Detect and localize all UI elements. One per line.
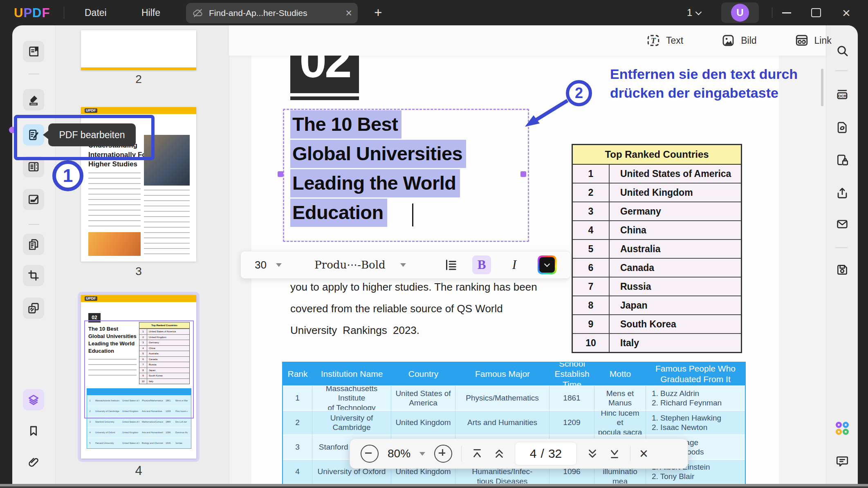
document-tab[interactable]: Find-and-Ap...her-Studies × bbox=[186, 3, 358, 23]
new-tab-button[interactable]: + bbox=[370, 5, 386, 21]
watermark-icon bbox=[27, 302, 40, 315]
country-name: Canada bbox=[610, 259, 741, 277]
sidebar-item-crop[interactable] bbox=[23, 265, 44, 286]
avatar: U bbox=[731, 4, 749, 22]
tab-close-icon[interactable]: × bbox=[345, 8, 352, 19]
section-underline bbox=[290, 96, 359, 100]
heading-line: Leading the World bbox=[290, 172, 460, 198]
cell-alumni: 1. Buzz Aldrin 2. Richard Feynman bbox=[646, 385, 745, 410]
tool-image[interactable]: Bild bbox=[721, 33, 756, 48]
bookmark-icon bbox=[27, 424, 40, 437]
sidebar-item-ai-assistant[interactable] bbox=[834, 420, 850, 437]
country-table-body: 1 United States of America 2 United King… bbox=[573, 165, 741, 352]
zoom-in-button[interactable] bbox=[434, 445, 452, 463]
sidebar-item-layers[interactable] bbox=[23, 389, 44, 410]
account-button[interactable]: U bbox=[721, 2, 759, 23]
menu-hilfe[interactable]: Hilfe bbox=[141, 0, 160, 25]
close-icon: × bbox=[842, 6, 850, 20]
table-row: 6 Canada bbox=[573, 258, 741, 277]
menu-datei[interactable]: Datei bbox=[85, 0, 107, 25]
sidebar-item-comment[interactable] bbox=[23, 89, 44, 110]
country-name: Australia bbox=[610, 240, 741, 258]
font-size-dropdown-icon[interactable] bbox=[276, 263, 282, 270]
column-header: Institution Name bbox=[312, 363, 391, 385]
sidebar-item-ocr[interactable]: OCR bbox=[834, 87, 850, 103]
text-tool-icon: T bbox=[646, 33, 661, 48]
copy-pages-icon bbox=[27, 238, 40, 251]
bold-button[interactable]: B bbox=[472, 255, 491, 274]
previous-page-icon[interactable] bbox=[493, 447, 506, 460]
window-count-dropdown[interactable]: 1 bbox=[687, 0, 701, 25]
edit-toolbar: T Text Bild Lin bbox=[229, 25, 826, 56]
sidebar-item-share[interactable] bbox=[834, 185, 850, 201]
column-header: Rank bbox=[283, 363, 312, 385]
font-size-value[interactable]: 30 bbox=[255, 259, 276, 271]
cell-rank: 1 bbox=[283, 385, 312, 410]
italic-button[interactable]: I bbox=[505, 255, 524, 274]
protect-icon bbox=[835, 153, 849, 167]
sidebar-item-fill-sign[interactable] bbox=[23, 189, 44, 210]
country-name: South Korea bbox=[610, 315, 741, 333]
country-name: United Kingdom bbox=[610, 184, 741, 201]
first-page-icon[interactable] bbox=[471, 447, 484, 460]
sidebar-item-copy-pages[interactable] bbox=[23, 234, 44, 255]
image-tool-icon bbox=[721, 33, 736, 48]
next-page-icon[interactable] bbox=[586, 447, 599, 460]
table-row: 2 University of Cambridge United Kingdom… bbox=[283, 410, 745, 434]
tool-link[interactable]: Link bbox=[794, 33, 832, 48]
viewer-scrollbar[interactable] bbox=[821, 69, 823, 106]
cell-country: United States of America bbox=[391, 385, 455, 410]
font-name-dropdown-icon[interactable] bbox=[400, 263, 406, 270]
table-row: 4 China bbox=[573, 220, 741, 239]
thumb2-footer-bar bbox=[81, 67, 196, 70]
minimize-button[interactable] bbox=[775, 0, 798, 25]
resize-handle-left[interactable] bbox=[278, 171, 283, 177]
zoom-out-button[interactable] bbox=[361, 445, 379, 463]
comment-icon bbox=[835, 454, 849, 468]
minimize-icon bbox=[782, 12, 791, 13]
maximize-button[interactable] bbox=[805, 0, 828, 25]
titlebar-divider bbox=[64, 7, 64, 19]
table-row: 7 Russia bbox=[573, 277, 741, 295]
thumbnail-page-2[interactable] bbox=[81, 30, 196, 70]
thumb4-uni-row: 4 University of Oxford United Kingdom Ar… bbox=[87, 427, 191, 438]
cell-motto: Mens et Manus bbox=[594, 385, 646, 410]
sidebar-item-watermark[interactable] bbox=[23, 298, 44, 319]
cell-alumni: 1. Stephen Hawking 2. Isaac Newton bbox=[646, 410, 745, 434]
sidebar-item-save[interactable] bbox=[834, 262, 850, 278]
cloud-off-icon bbox=[192, 7, 204, 19]
zoom-dropdown-icon[interactable] bbox=[419, 452, 425, 459]
sidebar-item-protect[interactable] bbox=[834, 152, 850, 168]
line-spacing-icon[interactable] bbox=[444, 257, 458, 272]
sidebar-item-reader[interactable] bbox=[23, 41, 44, 62]
tool-text[interactable]: T Text bbox=[646, 33, 683, 48]
last-page-icon[interactable] bbox=[608, 447, 621, 460]
country-name: Russia bbox=[610, 278, 741, 295]
thumbnail-page-4[interactable]: UPDF 02 The 10 Best Global Universities … bbox=[81, 295, 196, 459]
svg-text:OCR: OCR bbox=[838, 94, 847, 98]
sidebar-item-search[interactable] bbox=[834, 43, 850, 59]
sidebar-item-attachment[interactable] bbox=[23, 452, 44, 473]
heading-line: Education bbox=[290, 201, 387, 227]
resize-handle-right[interactable] bbox=[520, 171, 526, 177]
rightbar-divider-1 bbox=[835, 70, 848, 71]
sidebar-item-bookmark[interactable] bbox=[23, 420, 44, 441]
country-rank: 2 bbox=[573, 184, 610, 201]
share-icon bbox=[835, 186, 849, 200]
country-rank: 10 bbox=[573, 334, 610, 352]
chevron-down-icon bbox=[695, 9, 702, 15]
close-button[interactable]: × bbox=[835, 0, 858, 25]
sidebar-item-convert[interactable] bbox=[834, 119, 850, 136]
sidebar-item-comment-feedback[interactable] bbox=[834, 453, 850, 469]
zoom-level[interactable]: 80% bbox=[388, 447, 410, 460]
column-header: Motto bbox=[594, 363, 646, 385]
table-row: 8 Japan bbox=[573, 295, 741, 314]
font-name-value[interactable]: Produ⋯-Bold bbox=[305, 259, 395, 271]
country-name: Germany bbox=[610, 202, 741, 220]
annotation-arrow bbox=[522, 97, 571, 132]
close-toolbar-icon[interactable]: × bbox=[639, 446, 648, 461]
page-number-input[interactable]: 4 / 32 bbox=[515, 442, 577, 466]
font-color-button[interactable] bbox=[538, 255, 556, 274]
cell-country: United Kingdom bbox=[391, 410, 455, 434]
sidebar-item-mail[interactable] bbox=[834, 216, 850, 232]
